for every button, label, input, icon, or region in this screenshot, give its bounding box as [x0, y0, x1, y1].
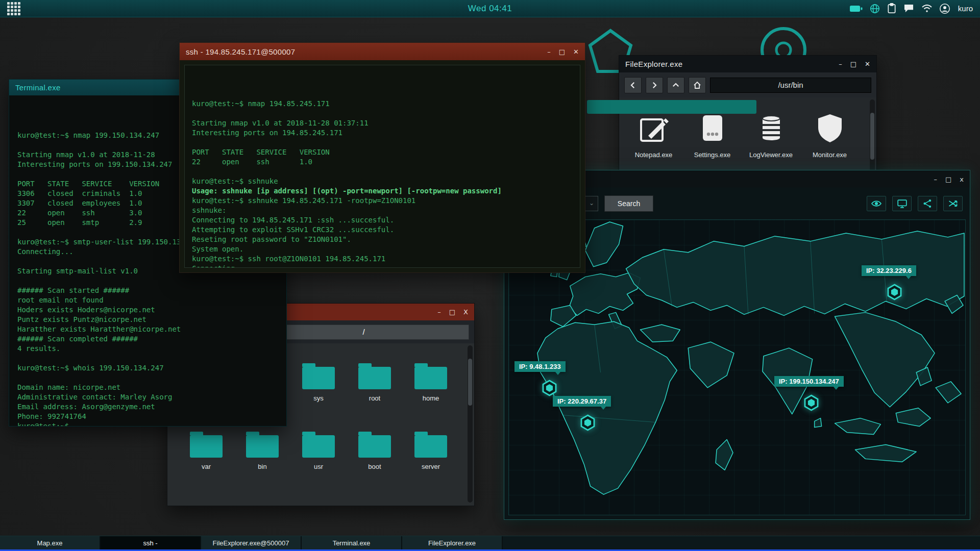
file-item-label: Settings.exe: [694, 151, 731, 159]
terminal-line: sshnuke:: [192, 206, 573, 215]
terminal-line: kuro@test:~$ whois 199.150.134.247: [17, 363, 278, 373]
battery-icon[interactable]: [849, 5, 863, 12]
shuffle-button[interactable]: [943, 196, 963, 211]
ssh-terminal-output[interactable]: kuro@test:~$ nmap 194.85.245.171Starting…: [184, 65, 580, 268]
desktop-notification-bar: [587, 100, 756, 114]
taskbar-item[interactable]: ssh -: [101, 536, 201, 549]
folder-icon: [190, 435, 223, 458]
terminal-line: Connecting to 194.85.245.171 :ssh ...suc…: [192, 215, 573, 225]
share-button[interactable]: [918, 196, 937, 211]
terminal-line: 4 results.: [17, 344, 278, 354]
folder-label: home: [423, 394, 439, 402]
terminal-line: Phone: 992741764: [17, 412, 278, 421]
back-button[interactable]: [624, 77, 642, 93]
terminal-line: root email not found: [17, 295, 278, 305]
network-node-icon[interactable]: [579, 414, 596, 431]
maximize-button[interactable]: □: [559, 48, 565, 55]
folder-label: root: [369, 394, 380, 402]
file-item[interactable]: Monitor.exe: [800, 112, 859, 159]
ssh-body: kuro@test:~$ nmap 194.85.245.171Starting…: [180, 60, 585, 272]
eye-button[interactable]: [867, 196, 886, 211]
chat-icon[interactable]: [903, 4, 914, 13]
app-launcher-icon[interactable]: [7, 2, 20, 15]
ip-label: IP: 32.23.229.6: [862, 265, 916, 276]
network-node-icon[interactable]: [803, 394, 820, 411]
close-button[interactable]: ✕: [573, 48, 579, 55]
folder-item[interactable]: bin: [234, 430, 290, 470]
close-button[interactable]: ✕: [865, 61, 870, 67]
ssh-titlebar[interactable]: ssh - 194.85.245.171@500007 – □ ✕: [180, 43, 585, 60]
path-field[interactable]: /usr/bin: [710, 78, 871, 93]
ssh-terminal-window: ssh - 194.85.245.171@500007 – □ ✕ kuro@t…: [179, 42, 585, 273]
folder-label: var: [202, 463, 211, 470]
forward-button[interactable]: [646, 77, 663, 93]
file-item[interactable]: Settings.exe: [683, 112, 742, 159]
taskbar-item[interactable]: Terminal.exe: [302, 536, 402, 549]
network-node-icon[interactable]: [541, 380, 558, 396]
maximize-button[interactable]: □: [945, 176, 951, 183]
folder-label: boot: [368, 463, 381, 470]
minimize-button[interactable]: –: [547, 48, 551, 55]
folder-row: var bin usr boot: [178, 430, 459, 470]
minimize-button[interactable]: –: [437, 309, 441, 315]
file-item[interactable]: LogViewer.exe: [742, 112, 800, 159]
file-item-label: Monitor.exe: [813, 151, 847, 159]
folder-item[interactable]: server: [403, 430, 459, 470]
taskbar-item[interactable]: Map.exe: [0, 536, 101, 549]
terminal-line: Reseting root password to "Z1ON0101".: [192, 235, 573, 244]
taskbar: Map.exessh -FileExplorer.exe@500007Termi…: [0, 536, 980, 549]
terminal-line: Puntz exists Puntz@nicorpe.net: [17, 315, 278, 324]
scrollbar-thumb[interactable]: [468, 359, 472, 406]
scrollbar-thumb[interactable]: [870, 113, 874, 160]
close-button[interactable]: X: [463, 309, 468, 315]
folder-item[interactable]: boot: [347, 430, 403, 470]
terminal-line: kuro@test:~$ sshnuke: [192, 177, 573, 186]
maximize-button[interactable]: □: [449, 309, 455, 315]
terminal-line: Administrative contact: Marley Asorg: [17, 392, 278, 402]
folder-item[interactable]: home: [403, 362, 459, 402]
maximize-button[interactable]: □: [850, 61, 856, 67]
path-field[interactable]: /: [258, 324, 469, 340]
folder-icon: [414, 367, 447, 389]
network-node-icon[interactable]: [886, 284, 903, 300]
display-button[interactable]: [892, 196, 912, 211]
terminal-line: System open.: [192, 244, 573, 254]
wifi-icon[interactable]: [921, 5, 933, 13]
ip-label: IP: 9.48.1.233: [514, 361, 566, 372]
minimize-button[interactable]: –: [839, 61, 842, 67]
clipboard-icon[interactable]: [887, 3, 896, 14]
status-tray: kuro: [849, 3, 973, 14]
terminal-line: 22 open ssh 1.0: [192, 157, 573, 167]
terminal-line: Starting nmap v1.0 at 2018-11-28 01:37:1…: [192, 118, 573, 128]
folder-item[interactable]: var: [178, 430, 234, 470]
taskbar-item[interactable]: FileExplorer.exe@500007: [201, 536, 302, 549]
user-icon[interactable]: [940, 4, 950, 14]
terminal-line: Haratther exists Haratther@nicorpe.net: [17, 324, 278, 334]
folder-item[interactable]: sys: [290, 362, 347, 402]
settings-icon: [696, 112, 729, 144]
scrollbar[interactable]: [468, 345, 473, 503]
terminal-line: [192, 167, 573, 177]
folder-label: sys: [313, 394, 324, 402]
terminal-line: ###### Scan started ######: [17, 286, 278, 295]
file-explorer-titlebar[interactable]: FileExplorer.exe – □ ✕: [619, 56, 876, 72]
up-button[interactable]: [667, 77, 684, 93]
folder-icon: [246, 435, 279, 458]
file-item[interactable]: Notepad.exe: [624, 112, 683, 159]
terminal-line: Hoders exists Hoders@nicorpe.net: [17, 305, 278, 315]
folder-item[interactable]: usr: [290, 430, 347, 470]
terminal-line: [192, 138, 573, 147]
minimize-button[interactable]: –: [934, 176, 938, 183]
close-button[interactable]: x: [960, 176, 964, 183]
search-button[interactable]: Search: [604, 195, 653, 212]
home-button[interactable]: [689, 77, 706, 93]
terminal-line: ###### Scan completed ######: [17, 334, 278, 344]
ip-label: IP: 199.150.134.247: [774, 376, 844, 387]
terminal-line: Usage: sshnuke [ip address] [(opt) -port…: [192, 186, 573, 196]
folder-item[interactable]: root: [347, 362, 403, 402]
network-globe-icon[interactable]: [870, 4, 880, 14]
terminal-line: Interesting ports on 194.85.245.171: [192, 128, 573, 138]
explorer-toolbar: /usr/bin: [619, 72, 876, 97]
taskbar-item[interactable]: FileExplorer.exe: [402, 536, 503, 549]
window-title: FileExplorer.exe: [625, 60, 682, 68]
